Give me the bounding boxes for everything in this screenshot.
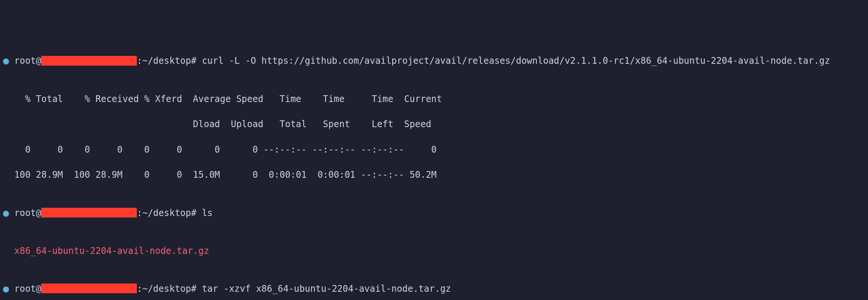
curl-header-2: Dload Upload Total Spent Left Speed: [14, 118, 865, 131]
command-curl: curl -L -O https://github.com/availproje…: [202, 56, 830, 66]
bullet-icon: [3, 58, 9, 64]
curl-output-line-4: 100 28.9M 100 28.9M 0 0 15.0M 0 0:00:01 …: [3, 169, 865, 182]
prompt-line-3: root@:~/desktop# tar -xzvf x86_64-ubuntu…: [3, 283, 865, 296]
file-tar-gz: x86_64-ubuntu-2204-avail-node.tar.gz: [14, 246, 209, 256]
ls-output-1: x86_64-ubuntu-2204-avail-node.tar.gz: [3, 245, 865, 258]
prompt-content-3[interactable]: root@:~/desktop# tar -xzvf x86_64-ubuntu…: [14, 283, 865, 296]
prompt-user: root@: [14, 284, 41, 294]
ls-output-content-1: x86_64-ubuntu-2204-avail-node.tar.gz: [14, 245, 865, 258]
prompt-user: root@: [14, 208, 41, 218]
redacted-host: [41, 284, 137, 293]
curl-output-line-2: Dload Upload Total Spent Left Speed: [3, 118, 865, 131]
curl-output-line-3: 0 0 0 0 0 0 0 0 --:--:-- --:--:-- --:--:…: [3, 144, 865, 156]
curl-output-line-1: % Total % Received % Xferd Average Speed…: [3, 93, 865, 106]
command-tar: tar -xzvf x86_64-ubuntu-2204-avail-node.…: [202, 284, 451, 294]
bullet-icon: [3, 286, 9, 292]
curl-row-2: 100 28.9M 100 28.9M 0 0 15.0M 0 0:00:01 …: [14, 169, 865, 182]
command-ls: ls: [202, 208, 213, 218]
prompt-path: :~/desktop#: [137, 56, 202, 66]
redacted-host: [41, 208, 137, 218]
prompt-path: :~/desktop#: [137, 284, 202, 294]
prompt-content-1[interactable]: root@:~/desktop# curl -L -O https://gith…: [14, 55, 865, 68]
prompt-user: root@: [14, 56, 41, 66]
prompt-line-2: root@:~/desktop# ls: [3, 207, 865, 220]
curl-header-1: % Total % Received % Xferd Average Speed…: [14, 93, 865, 106]
bullet-icon: [3, 211, 9, 217]
prompt-path: :~/desktop#: [137, 208, 202, 218]
curl-row-1: 0 0 0 0 0 0 0 0 --:--:-- --:--:-- --:--:…: [14, 144, 865, 156]
prompt-line-1: root@:~/desktop# curl -L -O https://gith…: [3, 55, 865, 68]
redacted-host: [41, 56, 137, 66]
prompt-content-2[interactable]: root@:~/desktop# ls: [14, 207, 865, 220]
